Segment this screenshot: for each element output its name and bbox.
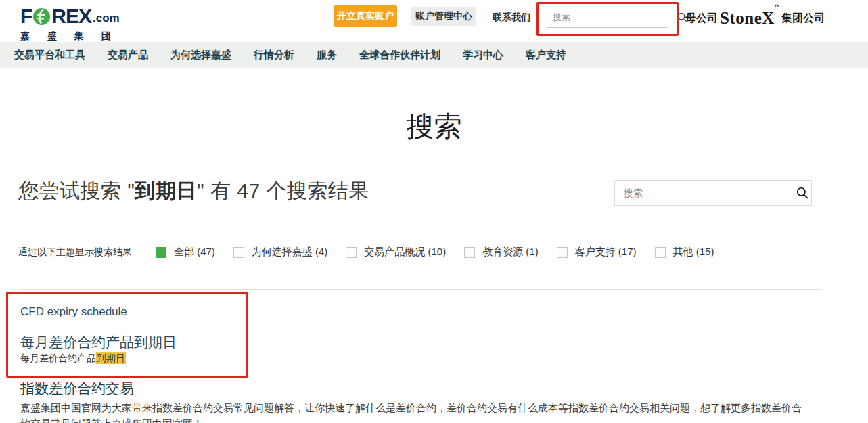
topic-filter-bar: 通过以下主题显示搜索结果 全部 (47) 为何选择嘉盛 (4) 交易产品概况 (… — [18, 246, 714, 259]
logo-text-com: .com — [93, 8, 120, 28]
nav-item-customer-support[interactable]: 客户支持 — [526, 49, 566, 62]
page: F REX .com 嘉 盛 集 团 开立真实账户 账户管理中心 联系我们 — [0, 0, 868, 423]
result-2-description: 嘉盛集团中国官网为大家带来指数差价合约交易常见问题解答，让你快速了解什么是差价合… — [20, 400, 808, 423]
nav-item-why-forex[interactable]: 为何选择嘉盛 — [170, 49, 231, 62]
filter-option-label: 为何选择嘉盛 (4) — [252, 246, 328, 259]
filter-option-education[interactable]: 教育资源 (1) — [464, 246, 539, 259]
open-account-button[interactable]: 开立真实账户 — [334, 5, 397, 27]
snippet-text: 每月差价合约产品 — [20, 353, 96, 363]
nav-item-learning-center[interactable]: 学习中心 — [463, 49, 503, 62]
snippet-highlighted-term: 到期日 — [96, 352, 126, 364]
forex-logo-wordmark: F REX .com — [20, 4, 120, 28]
parent-company-logo: 母公司 StoneX™ 集团公司 — [685, 9, 825, 28]
checkbox-unchecked-icon[interactable] — [557, 247, 568, 258]
divider — [20, 219, 813, 219]
filter-option-support[interactable]: 客户支持 (17) — [557, 246, 637, 259]
logo-text-rex: REX — [51, 6, 91, 26]
filter-option-label: 其他 (15) — [673, 246, 714, 259]
filter-option-label: 全部 (47) — [174, 246, 215, 259]
result-1-title-link[interactable]: 每月差价合约产品到期日 — [20, 333, 177, 352]
filter-option-label: 客户支持 (17) — [575, 246, 637, 259]
filter-option-label: 教育资源 (1) — [482, 246, 539, 259]
results-search-input[interactable] — [615, 187, 794, 198]
results-search-box[interactable] — [614, 180, 812, 206]
summary-prefix: 您尝试搜索 " — [18, 179, 135, 202]
parent-company-suffix: 集团公司 — [781, 12, 825, 26]
account-center-button[interactable]: 账户管理中心 — [411, 7, 476, 26]
filter-option-products-overview[interactable]: 交易产品概况 (10) — [346, 246, 446, 259]
stonex-wordmark: StoneX™ — [720, 9, 780, 28]
results-search-button[interactable] — [794, 181, 811, 205]
filter-bar-label: 通过以下主题显示搜索结果 — [18, 246, 132, 259]
logo-text-f: F — [20, 6, 32, 26]
search-result-summary: 您尝试搜索 "到期日" 有 47 个搜索结果 — [18, 177, 369, 205]
checkbox-unchecked-icon[interactable] — [233, 247, 244, 258]
filter-option-all[interactable]: 全部 (47) — [156, 246, 215, 259]
logo-chinese-name: 嘉 盛 集 团 — [20, 30, 120, 43]
divider — [20, 289, 822, 290]
forex-logo[interactable]: F REX .com 嘉 盛 集 团 — [20, 4, 120, 43]
trademark-icon: ™ — [775, 3, 781, 9]
result-1-snippet: 每月差价合约产品到期日 — [20, 353, 126, 365]
logo-o-globe-icon — [32, 7, 51, 26]
nav-item-services[interactable]: 服务 — [317, 49, 337, 62]
nav-item-market-analysis[interactable]: 行情分析 — [254, 49, 294, 62]
header: F REX .com 嘉 盛 集 团 开立真实账户 账户管理中心 联系我们 — [0, 0, 868, 42]
page-title: 搜索 — [0, 108, 868, 146]
checkbox-unchecked-icon[interactable] — [464, 247, 475, 258]
checkbox-checked-icon[interactable] — [156, 247, 166, 258]
checkbox-unchecked-icon[interactable] — [346, 247, 357, 258]
summary-suffix: " 有 47 个搜索结果 — [197, 179, 369, 202]
result-1-eyebrow-link[interactable]: CFD expiry schedule — [20, 305, 127, 319]
search-term: 到期日 — [135, 179, 197, 202]
nav-item-trading-products[interactable]: 交易产品 — [108, 49, 148, 62]
header-search-input[interactable] — [547, 12, 677, 22]
checkbox-unchecked-icon[interactable] — [655, 247, 666, 258]
header-search-box[interactable] — [547, 7, 668, 28]
search-icon — [796, 187, 808, 199]
main-navbar: 交易平台和工具 交易产品 为何选择嘉盛 行情分析 服务 全球合作伙伴计划 学习中… — [0, 42, 868, 68]
nav-item-trading-platforms[interactable]: 交易平台和工具 — [14, 49, 85, 62]
filter-option-why-forex[interactable]: 为何选择嘉盛 (4) — [233, 246, 328, 259]
parent-company-prefix: 母公司 — [685, 12, 718, 26]
contact-us-link[interactable]: 联系我们 — [493, 12, 530, 24]
nav-item-partner-program[interactable]: 全球合作伙伴计划 — [359, 49, 440, 62]
filter-option-other[interactable]: 其他 (15) — [655, 246, 714, 259]
filter-option-label: 交易产品概况 (10) — [364, 246, 446, 259]
result-2-title-link[interactable]: 指数差价合约交易 — [20, 379, 134, 398]
